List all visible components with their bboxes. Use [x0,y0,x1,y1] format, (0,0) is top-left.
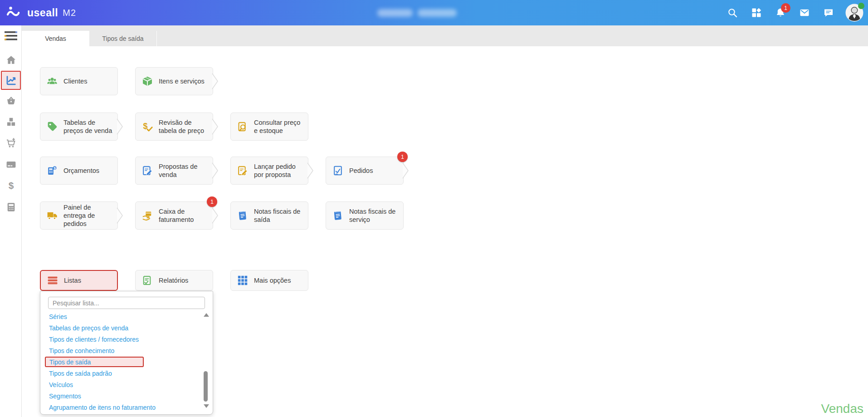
tile-label: Consultar preço e estoque [254,118,308,135]
search-icon[interactable] [727,7,738,18]
grid9-icon [237,275,249,286]
sidebar-item-compras[interactable] [0,90,22,111]
doc-search-icon [237,121,249,132]
sidebar-item-contabil[interactable] [0,196,22,218]
tab-bar: VendasTipos de saída [22,25,868,46]
calculator-icon [5,201,17,213]
logo-brand-text: useall [27,7,58,19]
sidebar-item-home[interactable] [0,49,22,71]
topbar-actions: 1 [727,0,863,25]
chevron-right-icon [212,73,219,89]
tile-label: Tabelas de preços de venda [63,118,117,135]
tile-revisão-de-tabela-de-preço[interactable]: $Revisão de tabela de preço [135,113,213,141]
tile-clientes[interactable]: Clientes [40,67,118,95]
mail-icon[interactable] [799,7,810,18]
users-icon [46,75,58,87]
tile-label: Itens e serviços [159,77,207,85]
list-item-veículos[interactable]: Veículos [40,379,213,390]
tile-label: Notas fiscais de saída [254,207,308,224]
scroll-up-arrow[interactable] [204,313,209,317]
doc-pencil-icon [141,165,153,177]
tile-itens-e-serviços[interactable]: Itens e serviços [135,67,213,95]
list-item-tipos-de-saída[interactable]: Tipos de saída [45,357,144,367]
tile-pedidos[interactable]: Pedidos1 [326,157,404,185]
tile-label: Mais opções [254,276,293,285]
app-logo: useall M2 [6,6,76,20]
bell-icon[interactable]: 1 [775,7,786,18]
tile-propostas-de-venda[interactable]: Propostas de venda [135,157,213,185]
scrollbar-thumb[interactable] [204,371,208,402]
tile-badge: 1 [207,196,217,207]
list-item-tipos-de-conhecimento[interactable]: Tipos de conhecimento [40,345,213,356]
card-icon [5,159,17,170]
apps-grid-icon[interactable] [751,7,762,18]
tab-vendas[interactable]: Vendas [22,31,89,46]
doc-lines-icon [332,210,344,221]
tile-painel-de-entrega-de-pedidos[interactable]: Painel de entrega de pedidos [40,201,118,230]
doc-pencil-icon [237,165,249,177]
tile-tabelas-de-preços-de-venda[interactable]: Tabelas de preços de venda [40,113,118,141]
cubes-icon [5,116,17,128]
tile-caixa-de-faturamento[interactable]: Caixa de faturamento1 [135,201,213,230]
tile-label: Listas [64,276,84,285]
list-item-tipos-de-clientes-fornecedores[interactable]: Tipos de clientes / fornecedores [40,334,213,345]
listas-dropdown-panel: SériesTabelas de preços de vendaTipos de… [40,291,213,415]
sales-chart-icon [5,75,17,86]
sidebar-item-carrinho[interactable] [0,132,22,154]
online-status-dot [858,3,864,9]
list-item-séries[interactable]: Séries [40,311,213,322]
redacted-text-block [418,9,457,17]
list-item-segmentos[interactable]: Segmentos [40,390,213,402]
list-item-tipos-de-saída-padrão[interactable]: Tipos de saída padrão [40,368,213,379]
sidebar-item-financeiro[interactable]: $ [0,175,22,196]
tile-label: Propostas de venda [159,162,213,179]
search-lista-input[interactable] [48,297,205,309]
chat-icon[interactable] [823,7,834,18]
tile-label: Caixa de faturamento [159,207,213,224]
tile-notas-fiscais-de-serviço[interactable]: Notas fiscais de serviço [326,201,404,230]
redacted-text-block [377,9,413,17]
doc-chart-icon [141,275,153,286]
user-avatar[interactable] [845,4,863,22]
doc-check-icon [332,165,344,177]
scroll-down-arrow[interactable] [204,404,209,408]
list-item-agrupamento-de-itens-no-faturamento[interactable]: Agrupamento de itens no faturamento [40,402,213,413]
tile-listas[interactable]: Listas [40,270,118,291]
chevron-right-icon [212,118,219,135]
tile-label: Painel de entrega de pedidos [63,203,117,228]
sidebar-item-estoque[interactable] [0,111,22,132]
sidebar-item-cartao[interactable] [0,154,22,175]
tile-badge: 1 [397,152,408,162]
cube-icon [141,75,153,87]
calc-coin-icon: $ [46,165,58,177]
cart-plus-icon [5,137,17,149]
chevron-right-icon [117,207,123,224]
basket-icon [5,95,17,106]
chevron-right-icon [402,162,409,179]
tile-label: Revisão de tabela de preço [159,118,213,135]
chevron-right-icon [212,162,219,179]
tile-relatórios[interactable]: Relatórios [135,270,213,291]
tile-lançar-pedido-por-proposta[interactable]: Lançar pedido por proposta [230,157,308,185]
tile-orçamentos[interactable]: $Orçamentos [40,157,118,185]
dollar-check-icon: $ [141,121,153,132]
module-watermark: Vendas [821,402,863,416]
tile-label: Notas fiscais de serviço [349,207,403,224]
chevron-right-icon [307,162,314,179]
hamburger-menu-icon[interactable] [3,30,19,41]
list-item-tabelas-de-preços-de-venda[interactable]: Tabelas de preços de venda [40,322,213,334]
useall-wave-icon [6,6,23,20]
left-sidebar: $ [0,25,22,417]
tile-mais-opções[interactable]: Mais opções [230,270,308,291]
tile-notas-fiscais-de-saída[interactable]: Notas fiscais de saída [230,201,308,230]
doc-lines-icon [237,210,249,221]
dropdown-scrollbar [203,312,210,409]
sidebar-item-vendas[interactable] [1,71,21,90]
tile-label: Pedidos [349,167,375,175]
tab-tipos-de-saída[interactable]: Tipos de saída [89,31,157,46]
list-lines-icon [47,275,59,286]
tile-label: Relatórios [159,276,191,285]
tile-consultar-preço-e-estoque[interactable]: Consultar preço e estoque [230,113,308,141]
notification-badge: 1 [781,3,790,13]
chevron-right-icon [117,118,123,135]
